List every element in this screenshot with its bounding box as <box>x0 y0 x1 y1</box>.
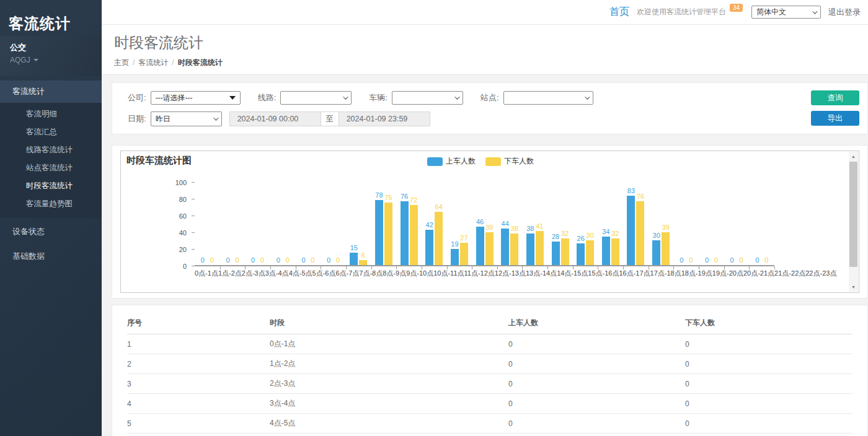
date-preset-select[interactable]: 昨日 <box>151 111 222 126</box>
bar[interactable] <box>375 200 383 265</box>
bar-column: 72 <box>410 196 418 265</box>
x-axis-tick-label: 19点-20点 <box>712 269 743 278</box>
bar[interactable] <box>476 227 484 265</box>
bar-value-label: 44 <box>502 220 509 227</box>
bar[interactable] <box>451 249 459 265</box>
caret-down-icon <box>33 59 38 61</box>
export-button[interactable]: 导出 <box>811 111 859 126</box>
bar-column: 0 <box>712 256 720 265</box>
sidebar-subitem[interactable]: 站点客流统计 <box>0 159 102 177</box>
legend-item[interactable]: 下车人数 <box>485 156 534 167</box>
bar[interactable] <box>401 201 409 265</box>
bar-group: 3039 <box>649 183 674 265</box>
bar-column: 30 <box>586 232 594 266</box>
bar[interactable] <box>435 212 443 265</box>
x-axis-tick-label: 0点-1点 <box>195 269 218 278</box>
bar[interactable] <box>636 201 644 265</box>
sidebar-subitem[interactable]: 客流汇总 <box>0 123 102 141</box>
scroll-down-arrow-icon[interactable]: ▼ <box>849 282 858 292</box>
bar[interactable] <box>561 238 569 265</box>
bar[interactable] <box>536 231 544 265</box>
sidebar-subitem[interactable]: 时段客流统计 <box>0 177 102 195</box>
bar-group: 00 <box>321 183 346 265</box>
bar-value-label: 83 <box>627 187 635 194</box>
start-date-input[interactable]: 2024-01-09 00:00 <box>229 111 321 126</box>
bar-column: 0 <box>259 256 267 265</box>
scrollbar-thumb[interactable] <box>849 162 857 267</box>
breadcrumb-section[interactable]: 客流统计 <box>138 58 168 67</box>
chart-scrollbar[interactable]: ▲ ▼ <box>849 152 858 292</box>
column-header: 时段 <box>270 312 508 334</box>
end-date-input[interactable]: 2024-01-09 23:59 <box>339 111 430 126</box>
bar-value-label: 26 <box>577 235 585 242</box>
breadcrumb: 主页/客流统计/时段客流统计 <box>114 58 868 68</box>
company-select[interactable]: ---请选择--- <box>151 91 241 105</box>
bar-group: 4639 <box>472 183 497 265</box>
bar[interactable] <box>662 232 670 265</box>
table-row: 43点-4点00 <box>127 394 852 414</box>
bar[interactable] <box>501 229 509 265</box>
bar[interactable] <box>586 240 594 266</box>
table-cell: 0 <box>685 334 852 354</box>
table-cell: 0点-1点 <box>270 334 508 354</box>
bar[interactable] <box>652 240 660 266</box>
bar[interactable] <box>577 243 585 265</box>
table-cell: 2 <box>127 354 270 374</box>
x-axis-tick-label: 3点-4点 <box>265 269 289 278</box>
line-select[interactable] <box>280 91 352 105</box>
notification-badge[interactable]: 34 <box>730 4 743 12</box>
bar[interactable] <box>384 203 392 265</box>
bar-column: 78 <box>375 191 383 265</box>
breadcrumb-separator: / <box>133 58 135 67</box>
station-select[interactable] <box>503 91 593 105</box>
bar-value-label: 46 <box>476 218 484 225</box>
x-axis-tick-label: 10点-11点 <box>433 269 464 278</box>
bar-value-label: 0 <box>740 256 743 264</box>
bar-value-label: 0 <box>714 256 718 264</box>
vehicle-select[interactable] <box>392 91 463 105</box>
sidebar-section-base-data[interactable]: 基础数据 <box>0 245 102 268</box>
logout-link[interactable]: 退出登录 <box>828 7 861 18</box>
sidebar-subitem[interactable]: 客流明细 <box>0 105 102 123</box>
filter-panel: 公司: ---请选择--- 线路: 车辆: <box>112 82 868 134</box>
org-code-dropdown[interactable]: AQGJ <box>10 56 93 64</box>
bar[interactable] <box>602 237 610 265</box>
chart-legend: 上车人数下车人数 <box>121 156 840 167</box>
bar[interactable] <box>552 242 560 265</box>
content-area: 公司: ---请选择--- 线路: 车辆: <box>102 75 868 436</box>
sidebar-section-device-status[interactable]: 设备状态 <box>0 220 102 243</box>
chart-y-axis: 020406080100 <box>169 183 192 266</box>
bar[interactable] <box>460 243 468 265</box>
bar-value-label: 0 <box>286 256 290 264</box>
bar-value-label: 41 <box>536 222 543 230</box>
scroll-up-arrow-icon[interactable]: ▲ <box>849 152 858 161</box>
legend-item[interactable]: 上车人数 <box>427 156 476 167</box>
bar-value-label: 0 <box>730 256 734 264</box>
bar[interactable] <box>359 260 367 265</box>
bar[interactable] <box>350 253 358 265</box>
table-cell: 0 <box>508 434 685 436</box>
bar-column: 26 <box>577 235 585 265</box>
bar-column: 46 <box>476 218 484 265</box>
bar[interactable] <box>510 233 518 265</box>
bar[interactable] <box>627 196 635 265</box>
bar-group: 00 <box>296 183 321 265</box>
breadcrumb-home[interactable]: 主页 <box>114 58 129 67</box>
sidebar-subitem[interactable]: 线路客流统计 <box>0 141 102 159</box>
query-button[interactable]: 查询 <box>811 90 859 105</box>
hourly-stats-table: 序号时段上车人数下车人数 10点-1点0021点-2点0032点-3点0043点… <box>127 312 852 436</box>
chart-panel: 时段车流统计图 上车人数下车人数 020406080100 0000000000… <box>112 145 868 299</box>
company-label: 公司: <box>128 92 146 103</box>
bar[interactable] <box>485 232 494 265</box>
sidebar-section-passenger-stats[interactable]: 客流统计 <box>0 81 102 103</box>
language-select[interactable]: 简体中文 <box>751 6 821 19</box>
bar[interactable] <box>611 238 619 265</box>
sidebar-subitem[interactable]: 客流量趋势图 <box>0 195 102 213</box>
bar-value-label: 32 <box>611 230 619 237</box>
home-link[interactable]: 首页 <box>609 6 629 19</box>
bar[interactable] <box>526 233 534 265</box>
x-axis-tick-label: 16点-17点 <box>619 269 650 278</box>
bar[interactable] <box>425 230 433 265</box>
bar[interactable] <box>410 205 418 265</box>
table-cell: 1 <box>127 334 270 354</box>
